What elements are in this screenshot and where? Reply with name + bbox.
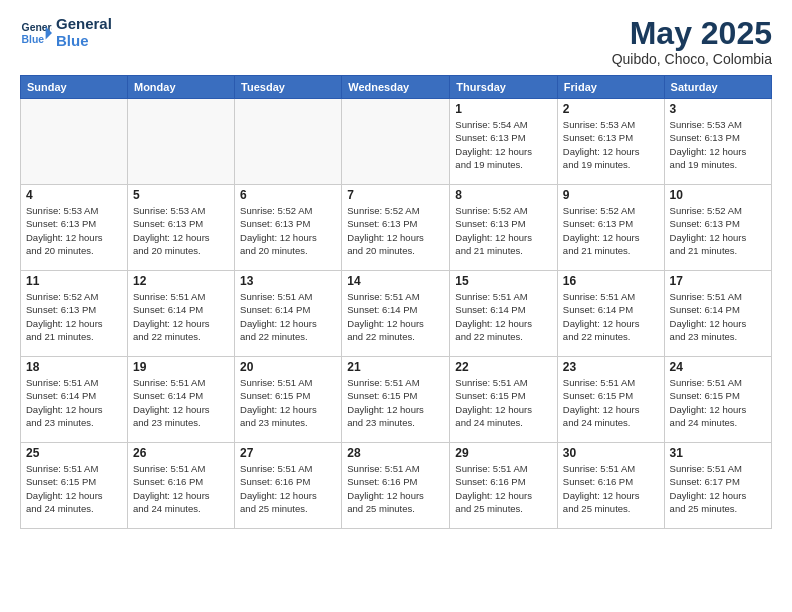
logo: General Blue General Blue xyxy=(20,16,112,49)
day-number: 11 xyxy=(26,274,122,288)
day-number: 3 xyxy=(670,102,766,116)
logo-general: General xyxy=(56,16,112,33)
day-number: 25 xyxy=(26,446,122,460)
calendar-weekday-sunday: Sunday xyxy=(21,76,128,99)
day-info: Sunrise: 5:51 AM Sunset: 6:15 PM Dayligh… xyxy=(670,376,766,429)
day-number: 26 xyxy=(133,446,229,460)
calendar-cell xyxy=(235,99,342,185)
calendar-header-row: SundayMondayTuesdayWednesdayThursdayFrid… xyxy=(21,76,772,99)
calendar-weekday-saturday: Saturday xyxy=(664,76,771,99)
day-number: 5 xyxy=(133,188,229,202)
day-info: Sunrise: 5:51 AM Sunset: 6:16 PM Dayligh… xyxy=(455,462,552,515)
day-info: Sunrise: 5:51 AM Sunset: 6:14 PM Dayligh… xyxy=(455,290,552,343)
page-subtitle: Quibdo, Choco, Colombia xyxy=(612,51,772,67)
calendar-cell: 30Sunrise: 5:51 AM Sunset: 6:16 PM Dayli… xyxy=(557,443,664,529)
day-info: Sunrise: 5:51 AM Sunset: 6:15 PM Dayligh… xyxy=(347,376,444,429)
day-number: 30 xyxy=(563,446,659,460)
calendar-cell: 10Sunrise: 5:52 AM Sunset: 6:13 PM Dayli… xyxy=(664,185,771,271)
calendar-cell: 12Sunrise: 5:51 AM Sunset: 6:14 PM Dayli… xyxy=(127,271,234,357)
day-info: Sunrise: 5:52 AM Sunset: 6:13 PM Dayligh… xyxy=(347,204,444,257)
day-number: 29 xyxy=(455,446,552,460)
day-number: 19 xyxy=(133,360,229,374)
day-number: 28 xyxy=(347,446,444,460)
day-info: Sunrise: 5:51 AM Sunset: 6:15 PM Dayligh… xyxy=(563,376,659,429)
day-info: Sunrise: 5:54 AM Sunset: 6:13 PM Dayligh… xyxy=(455,118,552,171)
calendar-cell: 14Sunrise: 5:51 AM Sunset: 6:14 PM Dayli… xyxy=(342,271,450,357)
day-info: Sunrise: 5:51 AM Sunset: 6:16 PM Dayligh… xyxy=(347,462,444,515)
calendar-cell: 21Sunrise: 5:51 AM Sunset: 6:15 PM Dayli… xyxy=(342,357,450,443)
calendar-weekday-monday: Monday xyxy=(127,76,234,99)
calendar-cell: 26Sunrise: 5:51 AM Sunset: 6:16 PM Dayli… xyxy=(127,443,234,529)
calendar-cell: 5Sunrise: 5:53 AM Sunset: 6:13 PM Daylig… xyxy=(127,185,234,271)
calendar-cell: 4Sunrise: 5:53 AM Sunset: 6:13 PM Daylig… xyxy=(21,185,128,271)
svg-text:Blue: Blue xyxy=(22,33,45,44)
day-info: Sunrise: 5:53 AM Sunset: 6:13 PM Dayligh… xyxy=(26,204,122,257)
calendar-cell: 2Sunrise: 5:53 AM Sunset: 6:13 PM Daylig… xyxy=(557,99,664,185)
calendar-cell: 11Sunrise: 5:52 AM Sunset: 6:13 PM Dayli… xyxy=(21,271,128,357)
general-blue-icon: General Blue xyxy=(20,17,52,49)
logo-blue: Blue xyxy=(56,33,112,50)
calendar-cell: 15Sunrise: 5:51 AM Sunset: 6:14 PM Dayli… xyxy=(450,271,558,357)
day-number: 17 xyxy=(670,274,766,288)
day-number: 31 xyxy=(670,446,766,460)
day-number: 23 xyxy=(563,360,659,374)
day-number: 10 xyxy=(670,188,766,202)
day-info: Sunrise: 5:52 AM Sunset: 6:13 PM Dayligh… xyxy=(455,204,552,257)
day-info: Sunrise: 5:53 AM Sunset: 6:13 PM Dayligh… xyxy=(563,118,659,171)
calendar-cell: 8Sunrise: 5:52 AM Sunset: 6:13 PM Daylig… xyxy=(450,185,558,271)
calendar-cell: 22Sunrise: 5:51 AM Sunset: 6:15 PM Dayli… xyxy=(450,357,558,443)
day-info: Sunrise: 5:52 AM Sunset: 6:13 PM Dayligh… xyxy=(563,204,659,257)
day-number: 15 xyxy=(455,274,552,288)
calendar-cell: 13Sunrise: 5:51 AM Sunset: 6:14 PM Dayli… xyxy=(235,271,342,357)
day-number: 14 xyxy=(347,274,444,288)
calendar-cell: 31Sunrise: 5:51 AM Sunset: 6:17 PM Dayli… xyxy=(664,443,771,529)
calendar-cell: 24Sunrise: 5:51 AM Sunset: 6:15 PM Dayli… xyxy=(664,357,771,443)
calendar-cell: 20Sunrise: 5:51 AM Sunset: 6:15 PM Dayli… xyxy=(235,357,342,443)
week-row-1: 1Sunrise: 5:54 AM Sunset: 6:13 PM Daylig… xyxy=(21,99,772,185)
day-number: 24 xyxy=(670,360,766,374)
page: General Blue General Blue May 2025 Quibd… xyxy=(0,0,792,612)
day-info: Sunrise: 5:53 AM Sunset: 6:13 PM Dayligh… xyxy=(133,204,229,257)
calendar-weekday-thursday: Thursday xyxy=(450,76,558,99)
day-number: 20 xyxy=(240,360,336,374)
calendar-cell: 19Sunrise: 5:51 AM Sunset: 6:14 PM Dayli… xyxy=(127,357,234,443)
day-info: Sunrise: 5:51 AM Sunset: 6:14 PM Dayligh… xyxy=(26,376,122,429)
calendar-cell: 7Sunrise: 5:52 AM Sunset: 6:13 PM Daylig… xyxy=(342,185,450,271)
day-info: Sunrise: 5:52 AM Sunset: 6:13 PM Dayligh… xyxy=(240,204,336,257)
title-block: May 2025 Quibdo, Choco, Colombia xyxy=(612,16,772,67)
calendar-cell: 1Sunrise: 5:54 AM Sunset: 6:13 PM Daylig… xyxy=(450,99,558,185)
calendar-body: 1Sunrise: 5:54 AM Sunset: 6:13 PM Daylig… xyxy=(21,99,772,529)
day-number: 22 xyxy=(455,360,552,374)
day-info: Sunrise: 5:51 AM Sunset: 6:15 PM Dayligh… xyxy=(240,376,336,429)
day-info: Sunrise: 5:51 AM Sunset: 6:14 PM Dayligh… xyxy=(347,290,444,343)
calendar-cell: 6Sunrise: 5:52 AM Sunset: 6:13 PM Daylig… xyxy=(235,185,342,271)
day-number: 21 xyxy=(347,360,444,374)
day-info: Sunrise: 5:52 AM Sunset: 6:13 PM Dayligh… xyxy=(670,204,766,257)
week-row-5: 25Sunrise: 5:51 AM Sunset: 6:15 PM Dayli… xyxy=(21,443,772,529)
day-number: 27 xyxy=(240,446,336,460)
calendar-cell: 23Sunrise: 5:51 AM Sunset: 6:15 PM Dayli… xyxy=(557,357,664,443)
day-number: 2 xyxy=(563,102,659,116)
day-info: Sunrise: 5:51 AM Sunset: 6:14 PM Dayligh… xyxy=(670,290,766,343)
calendar-cell xyxy=(342,99,450,185)
day-number: 7 xyxy=(347,188,444,202)
day-info: Sunrise: 5:52 AM Sunset: 6:13 PM Dayligh… xyxy=(26,290,122,343)
day-info: Sunrise: 5:53 AM Sunset: 6:13 PM Dayligh… xyxy=(670,118,766,171)
calendar-weekday-friday: Friday xyxy=(557,76,664,99)
calendar-weekday-tuesday: Tuesday xyxy=(235,76,342,99)
calendar-cell: 25Sunrise: 5:51 AM Sunset: 6:15 PM Dayli… xyxy=(21,443,128,529)
day-number: 13 xyxy=(240,274,336,288)
day-info: Sunrise: 5:51 AM Sunset: 6:14 PM Dayligh… xyxy=(133,290,229,343)
day-info: Sunrise: 5:51 AM Sunset: 6:14 PM Dayligh… xyxy=(133,376,229,429)
calendar-cell: 16Sunrise: 5:51 AM Sunset: 6:14 PM Dayli… xyxy=(557,271,664,357)
week-row-2: 4Sunrise: 5:53 AM Sunset: 6:13 PM Daylig… xyxy=(21,185,772,271)
header: General Blue General Blue May 2025 Quibd… xyxy=(20,16,772,67)
calendar-cell: 27Sunrise: 5:51 AM Sunset: 6:16 PM Dayli… xyxy=(235,443,342,529)
calendar-cell: 9Sunrise: 5:52 AM Sunset: 6:13 PM Daylig… xyxy=(557,185,664,271)
calendar-cell xyxy=(127,99,234,185)
calendar-cell: 18Sunrise: 5:51 AM Sunset: 6:14 PM Dayli… xyxy=(21,357,128,443)
day-number: 8 xyxy=(455,188,552,202)
day-number: 18 xyxy=(26,360,122,374)
day-info: Sunrise: 5:51 AM Sunset: 6:15 PM Dayligh… xyxy=(455,376,552,429)
calendar-table: SundayMondayTuesdayWednesdayThursdayFrid… xyxy=(20,75,772,529)
